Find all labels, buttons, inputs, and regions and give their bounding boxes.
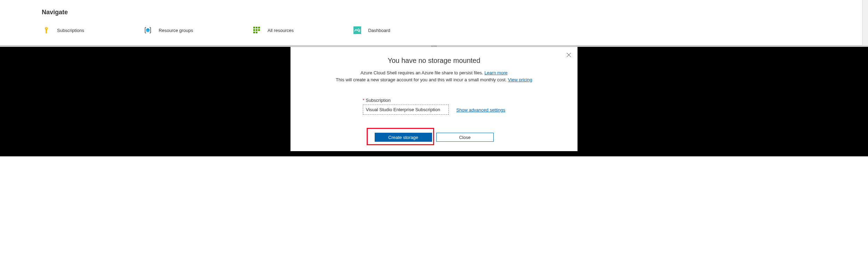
close-icon[interactable]	[566, 52, 571, 59]
learn-more-link[interactable]: Learn more	[484, 70, 507, 75]
nav-item-resource-groups[interactable]: Resource groups	[143, 26, 193, 35]
cloud-shell-panel: You have no storage mounted Azure Cloud …	[0, 47, 868, 156]
svg-rect-4	[256, 29, 257, 31]
advanced-settings-link[interactable]: Show advanced settings	[456, 107, 505, 115]
nav-item-label: Subscriptions	[57, 28, 84, 33]
subscription-label: * Subscription	[363, 98, 449, 103]
nav-item-label: Resource groups	[159, 28, 193, 33]
view-pricing-link[interactable]: View pricing	[508, 77, 532, 82]
svg-rect-7	[256, 32, 257, 33]
nav-item-all-resources[interactable]: All resources	[252, 26, 294, 35]
modal-title: You have no storage mounted	[299, 57, 569, 65]
close-button[interactable]: Close	[436, 133, 494, 142]
resource-group-icon	[143, 26, 152, 35]
svg-rect-5	[258, 29, 260, 31]
nav-item-label: Dashboard	[368, 28, 390, 33]
svg-rect-9	[358, 30, 359, 32]
subscription-select[interactable]: Visual Studio Enterprise Subscription	[363, 105, 449, 115]
desc-line2: This will create a new storage account f…	[336, 77, 508, 82]
desc-line1: Azure Cloud Shell requires an Azure file…	[360, 70, 484, 75]
subscription-field: * Subscription Visual Studio Enterprise …	[363, 98, 449, 115]
navigate-section: Navigate Subscriptions Resource groups	[0, 0, 868, 46]
svg-rect-0	[253, 27, 255, 28]
nav-item-label: All resources	[268, 28, 294, 33]
svg-rect-3	[253, 29, 255, 31]
svg-rect-10	[359, 29, 360, 32]
svg-rect-2	[258, 27, 260, 28]
key-icon	[42, 26, 51, 35]
navigate-heading: Navigate	[42, 9, 826, 16]
subscription-row: * Subscription Visual Studio Enterprise …	[299, 98, 569, 115]
svg-rect-1	[256, 27, 257, 28]
navigate-items: Subscriptions Resource groups	[42, 26, 826, 35]
dashboard-icon	[353, 26, 362, 35]
nav-item-dashboard[interactable]: Dashboard	[353, 26, 390, 35]
grid-icon	[252, 26, 261, 35]
modal-description: Azure Cloud Shell requires an Azure file…	[299, 69, 569, 83]
create-storage-button[interactable]: Create storage	[375, 133, 432, 142]
storage-setup-modal: You have no storage mounted Azure Cloud …	[290, 47, 578, 151]
svg-rect-6	[253, 32, 255, 33]
modal-buttons: Create storage Close	[299, 133, 569, 142]
nav-item-subscriptions[interactable]: Subscriptions	[42, 26, 84, 35]
